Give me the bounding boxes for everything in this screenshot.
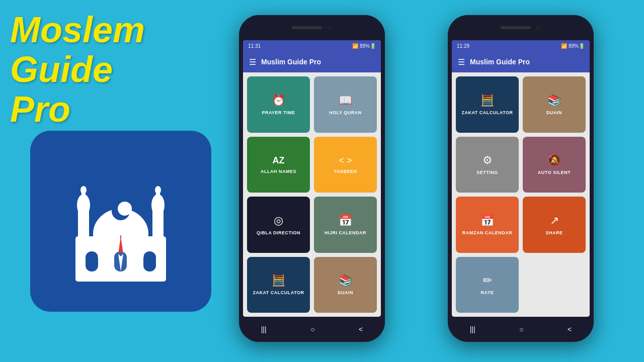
quran-icon: 📖 bbox=[339, 94, 352, 107]
prayer-label: PRAYER TIME bbox=[262, 110, 295, 115]
allah-icon: AZ bbox=[273, 155, 285, 166]
grid-item-share[interactable]: ↗ SHARE bbox=[523, 197, 586, 253]
grid-item-duain-r[interactable]: 📚 DUAIN bbox=[523, 76, 586, 133]
phone-camera bbox=[327, 25, 332, 30]
app-grid-right: 🧮 ZAKAT CALCULATOR 📚 DUAIN ⚙ SETTING 🔕 A… bbox=[452, 72, 590, 317]
phone-left-bottom: ||| ○ < bbox=[239, 317, 385, 342]
duain-label: DUAIN bbox=[338, 290, 353, 295]
app-grid-left: ⏰ PRAYER TIME 📖 HOLY QURAN AZ ALLAH NAME… bbox=[243, 72, 381, 317]
grid-item-ramzan[interactable]: 📅 RAMZAN CALENDAR bbox=[456, 197, 519, 253]
hijri-label: HIJRI CALENDAR bbox=[325, 230, 366, 235]
phone-speaker bbox=[292, 26, 322, 29]
share-label: SHARE bbox=[545, 230, 562, 235]
grid-item-tasbeeh[interactable]: < > TASBEEH bbox=[314, 137, 377, 193]
grid-item-hijri[interactable]: 📅 HIJRI CALENDAR bbox=[314, 197, 377, 253]
ramzan-label: RAMZAN CALENDAR bbox=[462, 230, 513, 235]
svg-rect-14 bbox=[143, 251, 156, 272]
battery-left: 📶 89%🔋 bbox=[352, 43, 376, 49]
prayer-icon: ⏰ bbox=[272, 94, 285, 107]
qibla-label: QIBLA DIRECTION bbox=[257, 230, 300, 235]
phone-left: 11:31 📶 89%🔋 ☰ Muslim Guide Pro ⏰ PRAYER… bbox=[239, 15, 385, 342]
phone-left-screen: 11:31 📶 89%🔋 ☰ Muslim Guide Pro ⏰ PRAYER… bbox=[243, 40, 381, 317]
phone-right: 11:29 📶 89%🔋 ☰ Muslim Guide Pro 🧮 ZAKAT … bbox=[448, 15, 594, 342]
zakat-icon-r: 🧮 bbox=[480, 94, 494, 107]
svg-point-7 bbox=[80, 186, 87, 194]
app-title-area: Moslem Guide Pro bbox=[10, 10, 226, 130]
hijri-icon: 📅 bbox=[339, 214, 352, 227]
grid-item-zakat[interactable]: 🧮 ZAKAT CALCULATOR bbox=[247, 257, 310, 313]
autosilent-icon: 🔕 bbox=[547, 154, 561, 167]
duain-icon-r: 📚 bbox=[547, 94, 561, 107]
app-header-left: ☰ Muslim Guide Pro bbox=[243, 51, 381, 72]
grid-item-rate[interactable]: ✏ RATE bbox=[456, 257, 519, 313]
nav-recent-left[interactable]: ||| bbox=[261, 325, 267, 333]
app-title-right: Muslim Guide Pro bbox=[470, 58, 530, 66]
phone-right-camera bbox=[536, 25, 541, 30]
nav-home-right[interactable]: ○ bbox=[519, 325, 523, 333]
menu-icon-left[interactable]: ☰ bbox=[249, 57, 256, 67]
app-title-line1: Moslem Guide bbox=[10, 10, 226, 89]
nav-home-left[interactable]: ○ bbox=[310, 325, 314, 333]
app-title-line2: Pro bbox=[10, 89, 226, 129]
rate-label: RATE bbox=[481, 290, 494, 295]
zakat-label-r: ZAKAT CALCULATOR bbox=[462, 110, 513, 115]
grid-item-prayer[interactable]: ⏰ PRAYER TIME bbox=[247, 76, 310, 133]
grid-item-quran[interactable]: 📖 HOLY QURAN bbox=[314, 76, 377, 133]
svg-rect-12 bbox=[86, 251, 98, 272]
duain-label-r: DUAIN bbox=[546, 110, 562, 115]
grid-item-zakat-r[interactable]: 🧮 ZAKAT CALCULATOR bbox=[456, 76, 519, 133]
grid-item-empty bbox=[523, 257, 586, 313]
quran-label: HOLY QURAN bbox=[329, 110, 362, 115]
phone-right-top bbox=[448, 15, 594, 40]
nav-recent-right[interactable]: ||| bbox=[470, 325, 475, 333]
tasbeeh-icon: < > bbox=[339, 155, 352, 166]
phone-right-bottom: ||| ○ < bbox=[448, 317, 594, 342]
phone-left-top bbox=[239, 15, 385, 40]
autosilent-label: AUTO SILENT bbox=[538, 170, 571, 175]
qibla-icon: ◎ bbox=[274, 214, 283, 227]
menu-icon-right[interactable]: ☰ bbox=[458, 57, 465, 67]
nav-back-right[interactable]: < bbox=[568, 325, 572, 333]
setting-icon: ⚙ bbox=[482, 154, 493, 167]
nav-back-left[interactable]: < bbox=[359, 325, 363, 333]
grid-item-qibla[interactable]: ◎ QIBLA DIRECTION bbox=[247, 197, 310, 253]
status-bar-left: 11:31 📶 89%🔋 bbox=[243, 40, 381, 51]
status-bar-right: 11:29 📶 89%🔋 bbox=[452, 40, 590, 51]
allah-label: ALLAH NAMES bbox=[261, 169, 296, 174]
time-left: 11:31 bbox=[248, 43, 261, 49]
phone-right-speaker bbox=[501, 26, 531, 29]
zakat-icon: 🧮 bbox=[272, 274, 285, 287]
app-icon bbox=[30, 131, 211, 312]
rate-icon: ✏ bbox=[483, 274, 492, 287]
battery-right: 📶 89%🔋 bbox=[561, 43, 585, 49]
phone-right-screen: 11:29 📶 89%🔋 ☰ Muslim Guide Pro 🧮 ZAKAT … bbox=[452, 40, 590, 317]
tasbeeh-label: TASBEEH bbox=[334, 169, 357, 174]
app-header-right: ☰ Muslim Guide Pro bbox=[452, 51, 590, 72]
grid-item-autosilent[interactable]: 🔕 AUTO SILENT bbox=[523, 137, 586, 193]
svg-point-11 bbox=[155, 186, 161, 194]
ramzan-icon: 📅 bbox=[480, 214, 494, 227]
svg-point-3 bbox=[118, 202, 132, 216]
time-right: 11:29 bbox=[457, 43, 469, 49]
grid-item-duain[interactable]: 📚 DUAIN bbox=[314, 257, 377, 313]
duain-icon: 📚 bbox=[339, 274, 352, 287]
app-title-left: Muslim Guide Pro bbox=[261, 58, 321, 66]
zakat-label: ZAKAT CALCULATOR bbox=[253, 290, 304, 295]
grid-item-setting[interactable]: ⚙ SETTING bbox=[456, 137, 519, 193]
grid-item-allah[interactable]: AZ ALLAH NAMES bbox=[247, 137, 310, 193]
share-icon: ↗ bbox=[550, 214, 559, 227]
setting-label: SETTING bbox=[476, 170, 498, 175]
